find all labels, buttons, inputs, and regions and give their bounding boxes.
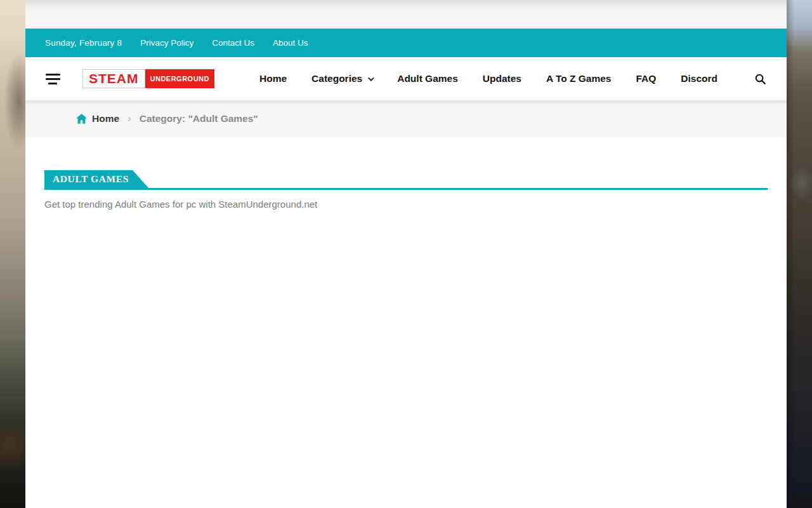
search-button[interactable]	[752, 71, 768, 86]
nav-item-faq[interactable]: FAQ	[636, 73, 656, 84]
date-text: Sunday, February 8	[45, 38, 122, 48]
background-art-left	[0, 0, 25, 508]
nav-item-discord[interactable]: Discord	[681, 73, 717, 84]
background-art-right	[787, 0, 812, 508]
chevron-down-icon	[368, 75, 374, 81]
breadcrumb-home-link[interactable]: Home	[76, 113, 119, 124]
section-title: ADULT GAMES	[44, 170, 133, 188]
hamburger-menu-button[interactable]	[44, 72, 61, 85]
topbar-link-contact-us[interactable]: Contact Us	[212, 38, 254, 48]
hamburger-icon	[46, 74, 60, 76]
logo-underground-text: UNDERGROUND	[145, 69, 215, 88]
site-logo[interactable]: STEAM UNDERGROUND	[82, 69, 214, 88]
section-title-ribbon: ADULT GAMES	[44, 170, 148, 188]
page-container: Sunday, February 8 Privacy Policy Contac…	[25, 0, 787, 508]
section-header: ADULT GAMES	[44, 170, 768, 190]
topbar-link-about-us[interactable]: About Us	[273, 38, 308, 48]
main-nav: Home Categories Adult Games Updates A To…	[259, 73, 717, 84]
site-header: STEAM UNDERGROUND Home Categories Adult …	[25, 57, 787, 100]
breadcrumb: Home › Category: "Adult Games"	[25, 100, 787, 137]
topbar-link-privacy-policy[interactable]: Privacy Policy	[140, 38, 193, 48]
search-icon	[754, 73, 766, 85]
logo-steam-text: STEAM	[82, 69, 145, 88]
nav-item-updates[interactable]: Updates	[483, 73, 521, 84]
main-content: ADULT GAMES Get top trending Adult Games…	[25, 137, 787, 210]
topbar: Sunday, February 8 Privacy Policy Contac…	[25, 29, 787, 57]
ribbon-slant-decoration	[133, 170, 148, 188]
breadcrumb-separator: ›	[128, 112, 131, 125]
nav-item-a-to-z-games[interactable]: A To Z Games	[546, 73, 612, 84]
nav-item-home[interactable]: Home	[259, 73, 287, 84]
home-icon	[76, 114, 87, 124]
nav-item-adult-games[interactable]: Adult Games	[397, 73, 458, 84]
breadcrumb-home-label: Home	[92, 113, 119, 124]
top-spacer	[25, 0, 787, 29]
category-description: Get top trending Adult Games for pc with…	[44, 199, 768, 210]
nav-item-categories[interactable]: Categories	[311, 73, 372, 84]
breadcrumb-current: Category: "Adult Games"	[140, 113, 258, 124]
